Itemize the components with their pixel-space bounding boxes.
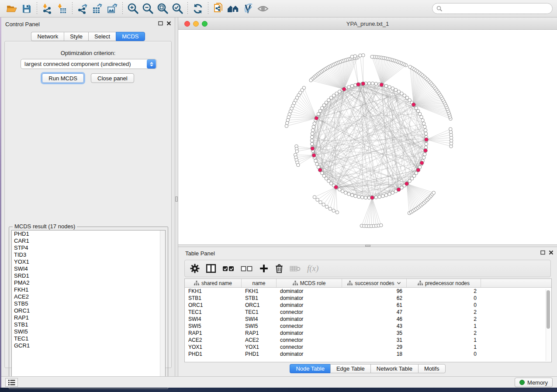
network-node[interactable] [347,193,351,196]
network-node[interactable] [422,122,426,125]
network-node[interactable] [318,109,322,113]
column-header-shared-name[interactable]: shared name [185,279,242,287]
search-box[interactable] [432,3,553,14]
vertical-splitter[interactable] [175,17,178,376]
network-node[interactable] [285,121,289,125]
table-row[interactable]: ACE2ACE2connector311 [185,337,551,344]
network-node[interactable] [336,211,339,214]
table-cell[interactable]: 2 [407,288,481,294]
mcds-result-item[interactable]: STP4 [12,244,165,251]
table-cell[interactable]: 35 [342,330,407,336]
table-row[interactable]: STB1STB1dominator620 [185,295,551,302]
network-node[interactable] [394,88,398,92]
zoom-selected-button[interactable] [170,2,185,16]
network-hub-node[interactable] [318,168,322,172]
network-node[interactable] [325,205,329,209]
mcds-result-item[interactable]: TEC1 [12,335,165,342]
table-row[interactable]: FKH1FKH1dominator962 [185,288,551,295]
network-node[interactable] [408,65,412,69]
network-hub-node[interactable] [311,147,315,151]
table-cell[interactable]: 1 [407,323,481,329]
network-node[interactable] [449,127,452,131]
close-panel-icon[interactable] [549,250,554,255]
close-panel-icon[interactable] [166,21,171,26]
network-hub-node[interactable] [412,103,416,107]
deselect-all-button[interactable] [241,262,253,275]
open-session-button[interactable] [4,2,19,16]
task-history-button[interactable] [5,378,18,387]
network-node[interactable] [319,201,322,204]
table-cell[interactable]: FKH1 [242,288,277,294]
network-hub-node[interactable] [370,196,374,200]
network-node[interactable] [421,119,425,122]
show-columns-button[interactable] [206,262,216,275]
network-node[interactable] [371,82,374,85]
network-node[interactable] [420,115,423,119]
tab-select[interactable]: Select [88,32,116,41]
float-panel-icon[interactable] [158,21,163,26]
network-node[interactable] [338,188,341,191]
network-hub-node[interactable] [356,83,360,86]
zoom-fit-button[interactable] [155,2,170,16]
network-hub-node[interactable] [380,83,384,87]
table-cell[interactable]: dominator [277,288,342,294]
mcds-result-item[interactable]: CAR1 [12,237,165,244]
network-hub-node[interactable] [425,138,429,141]
table-scrollbar[interactable] [546,289,550,361]
table-cell[interactable]: 96 [342,288,407,294]
network-hub-node[interactable] [405,182,409,186]
table-cell[interactable]: YOX1 [185,344,242,350]
table-cell[interactable]: 47 [342,309,407,315]
table-cell[interactable]: 43 [342,323,407,329]
tab-mcds[interactable]: MCDS [116,32,145,41]
network-node[interactable] [432,191,436,195]
network-node[interactable] [425,142,428,146]
column-header-name[interactable]: name [242,279,277,287]
select-all-button[interactable] [222,262,235,275]
mcds-result-item[interactable]: PMA2 [12,279,165,286]
network-hub-node[interactable] [397,188,401,192]
network-canvas[interactable] [178,30,557,244]
network-node[interactable] [357,195,361,199]
network-node[interactable] [364,196,367,199]
network-node[interactable] [313,122,316,125]
mcds-result-item[interactable]: STB1 [12,321,165,328]
mcds-result-item[interactable]: PHD1 [12,230,165,237]
network-node[interactable] [353,55,357,58]
table-cell[interactable]: connector [277,323,342,329]
table-cell[interactable]: 0 [407,351,481,357]
table-cell[interactable]: 2 [407,316,481,322]
network-node[interactable] [350,55,354,58]
network-hub-node[interactable] [342,87,346,91]
table-cell[interactable]: TEC1 [185,309,242,315]
clone-network-button[interactable] [211,2,226,16]
network-node[interactable] [374,82,378,86]
network-hub-node[interactable] [361,82,365,86]
table-cell[interactable]: dominator [277,351,342,357]
table-cell[interactable]: 18 [342,351,407,357]
table-cell[interactable]: 2 [407,309,481,315]
table-cell[interactable]: connector [277,344,342,350]
table-row[interactable]: ORC1ORC1dominator610 [185,302,551,309]
network-node[interactable] [350,193,354,197]
show-all-networks-button[interactable] [226,2,241,16]
table-row[interactable]: YOX1YOX1connector291 [185,344,551,351]
export-table-button[interactable] [90,2,105,16]
table-row[interactable]: PHD1PHD1dominator180 [185,351,551,358]
network-node[interactable] [312,125,315,129]
network-graph[interactable] [178,30,557,244]
network-hub-node[interactable] [312,154,316,158]
network-node[interactable] [378,195,381,199]
table-row[interactable]: SWI4SWI4dominator462 [185,316,551,323]
mcds-result-item[interactable]: SWI4 [12,265,165,272]
delete-column-button[interactable] [275,262,284,275]
network-node[interactable] [344,191,347,195]
network-node[interactable] [374,196,378,199]
tab-network[interactable]: Network [31,32,64,41]
network-node[interactable] [391,87,394,90]
table-scrollbar-thumb[interactable] [547,290,550,329]
network-node[interactable] [350,84,354,88]
network-node[interactable] [311,132,314,135]
mcds-result-item[interactable]: GCR1 [12,342,165,349]
network-node[interactable] [313,196,316,199]
